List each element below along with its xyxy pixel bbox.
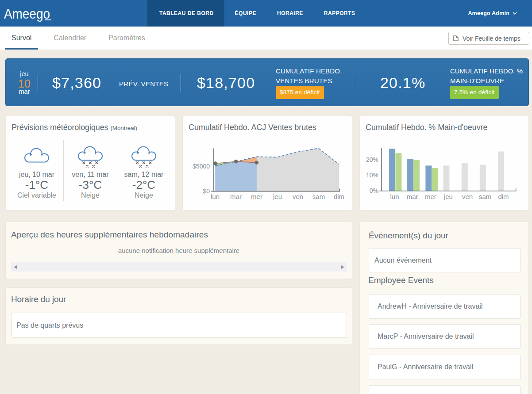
svg-text:$0: $0 [203,187,210,195]
svg-text:sam: sam [312,193,325,200]
svg-text:$5000: $5000 [193,163,210,170]
svg-text:jeu: jeu [443,193,453,200]
svg-text:ven: ven [462,193,473,200]
svg-text:0%: 0% [370,187,378,194]
svg-text:mar: mar [230,193,242,200]
svg-text:lun: lun [390,193,399,200]
svg-text:lun: lun [211,193,220,200]
svg-text:ven: ven [293,193,303,200]
svg-text:sam: sam [479,193,491,200]
svg-text:jeu: jeu [273,193,282,200]
svg-text:dim: dim [498,193,509,200]
svg-text:mar: mar [407,193,418,200]
svg-text:20%: 20% [366,156,378,163]
svg-text:10%: 10% [366,172,378,179]
svg-text:mer: mer [251,193,262,200]
svg-text:dim: dim [334,193,344,200]
svg-text:mer: mer [425,193,436,200]
